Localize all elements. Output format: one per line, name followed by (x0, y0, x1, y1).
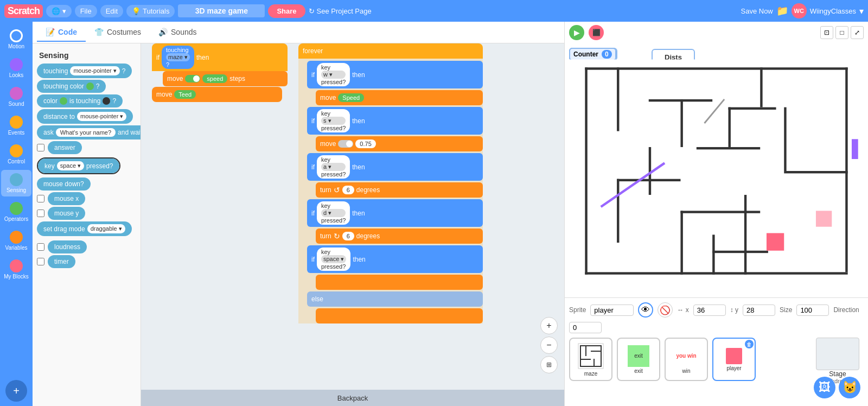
mouse-x-checkbox-row[interactable]: mouse x (37, 192, 136, 205)
zoom-out-button[interactable]: − (540, 337, 558, 354)
sidebar-item-sound[interactable]: Sound (1, 84, 31, 110)
sprite-maze[interactable]: maze (569, 338, 612, 381)
svg-rect-24 (816, 211, 832, 226)
mouse-y-block[interactable]: mouse y (48, 207, 85, 220)
operators-icon (10, 202, 23, 215)
user-name[interactable]: WiingyClasses (810, 7, 856, 15)
globe-button[interactable]: 🌐 ▾ (46, 5, 72, 17)
x-label: ↔ x (677, 306, 688, 314)
sidebar-item-sensing[interactable]: Sensing (1, 170, 31, 196)
mouse-down-block[interactable]: mouse down? (37, 177, 136, 191)
sidebar-item-events[interactable]: Events (1, 112, 31, 139)
looks-icon (10, 58, 23, 71)
sidebar-item-control[interactable]: Control (1, 141, 31, 168)
stage-thumbnail[interactable] (816, 338, 859, 370)
svg-rect-11 (729, 107, 776, 110)
tab-sounds[interactable]: 🔊 Sounds (150, 23, 205, 42)
stop-button[interactable]: ⬛ (589, 25, 604, 40)
timer-checkbox-row[interactable]: timer (37, 255, 136, 268)
svg-rect-12 (729, 107, 731, 147)
project-title-input[interactable] (178, 4, 265, 17)
tabs-bar: 📝 Code 👕 Costumes 🔊 Sounds (33, 22, 564, 43)
add-backdrop-button[interactable]: 🖼 (814, 377, 835, 398)
size-input[interactable] (796, 304, 829, 316)
show-button[interactable]: 👁 (638, 302, 653, 318)
add-extension-button[interactable]: + (5, 380, 27, 402)
touching-color-block[interactable]: touching color ? (37, 80, 136, 93)
fit-screen-button[interactable]: ⊞ (540, 356, 558, 373)
svg-rect-34 (580, 359, 591, 360)
loudness-block[interactable]: loudness (48, 240, 87, 253)
script-block-forever: forever if key w ▾ pressed? then move S (298, 43, 483, 325)
direction-input[interactable] (569, 322, 602, 333)
mouse-x-block[interactable]: mouse x (48, 192, 85, 205)
timer-checkbox[interactable] (37, 258, 44, 265)
sprite-win[interactable]: you win win (665, 338, 708, 381)
mouse-y-checkbox-row[interactable]: mouse y (37, 207, 136, 220)
sidebar-item-variables[interactable]: Variables (1, 227, 31, 254)
key-pressed-block[interactable]: key space ▾ pressed? (37, 157, 120, 174)
sidebar-item-myblocks[interactable]: My Blocks (1, 256, 31, 283)
share-button[interactable]: Share (268, 4, 305, 18)
set-drag-block[interactable]: set drag mode draggable ▾ (37, 221, 136, 236)
mouse-x-checkbox[interactable] (37, 195, 44, 202)
motion-icon (10, 29, 23, 42)
see-project-button[interactable]: ↻ See Project Page (309, 7, 372, 15)
ask-block[interactable]: ask What's your name? and wait (37, 125, 136, 139)
distance-block[interactable]: distance to mouse-pointer ▾ (37, 109, 136, 124)
backpack-bar[interactable]: Backpack (141, 390, 564, 406)
svg-rect-13 (784, 107, 786, 171)
hide-button[interactable]: 🚫 (658, 302, 673, 318)
color-touching-block[interactable]: color is touching ? (37, 94, 136, 107)
green-flag-button[interactable]: ▶ (569, 25, 584, 40)
touching-block[interactable]: touching mouse-pointer ▾ ? (37, 64, 136, 78)
tab-code[interactable]: 📝 Code (37, 23, 86, 42)
script-block-if-touching: if touching maze ▾ ? then move speed ste… (152, 43, 288, 86)
svg-rect-1 (585, 67, 847, 69)
script-area[interactable]: if touching maze ▾ ? then move speed ste… (141, 43, 564, 406)
answer-checkbox[interactable] (37, 144, 44, 151)
file-menu[interactable]: File (75, 5, 97, 17)
sidebar-item-operators[interactable]: Operators (1, 199, 31, 225)
sprites-area: maze exit exit you win win (569, 338, 812, 381)
sprite-exit[interactable]: exit exit (617, 338, 660, 381)
user-avatar[interactable]: WC (792, 3, 807, 18)
direction-label: Direction (833, 306, 859, 314)
tutorials-button[interactable]: 💡 Tutorials (126, 5, 175, 17)
svg-rect-26 (852, 139, 858, 159)
sidebar-label-operators: Operators (4, 216, 28, 222)
svg-rect-29 (580, 345, 581, 367)
loudness-checkbox[interactable] (37, 243, 44, 251)
user-menu-chevron[interactable]: ▾ (859, 6, 864, 16)
folder-icon[interactable]: 📁 (776, 5, 788, 17)
svg-rect-19 (712, 234, 714, 274)
answer-checkbox-row[interactable]: answer (37, 141, 136, 154)
answer-block[interactable]: answer (48, 141, 82, 154)
sidebar-item-looks[interactable]: Looks (1, 55, 31, 81)
svg-rect-30 (580, 366, 602, 367)
loudness-checkbox-row[interactable]: loudness (37, 240, 136, 253)
sprite-section: Sprite 👁 🚫 ↔ x ↕ y Size Direction (565, 297, 868, 406)
save-now-button[interactable]: Save Now (741, 7, 773, 15)
mouse-y-checkbox[interactable] (37, 210, 44, 217)
sounds-icon: 🔊 (158, 28, 168, 36)
normal-stage-button[interactable]: □ (835, 26, 848, 39)
sprite-name-input[interactable] (590, 304, 634, 316)
fullscreen-button[interactable]: ⤢ (851, 26, 864, 39)
edit-menu[interactable]: Edit (100, 5, 123, 17)
sidebar-item-motion[interactable]: Motion (1, 26, 31, 53)
svg-rect-2 (585, 67, 587, 275)
svg-rect-4 (845, 67, 847, 272)
add-sprite-button[interactable]: 😺 (839, 377, 860, 398)
sprite-delete-button[interactable]: 🗑 (745, 340, 754, 348)
small-stage-button[interactable]: ⊡ (820, 26, 833, 39)
add-extension-icon: + (13, 385, 20, 397)
svg-rect-21 (712, 251, 768, 253)
zoom-in-button[interactable]: + (540, 317, 558, 334)
x-input[interactable] (693, 304, 726, 316)
y-input[interactable] (743, 304, 775, 316)
tab-costumes[interactable]: 👕 Costumes (86, 23, 150, 42)
sprite-player[interactable]: 🗑 player (712, 338, 756, 381)
scratch-logo[interactable]: Scratch (4, 4, 43, 18)
timer-block[interactable]: timer (48, 255, 75, 268)
